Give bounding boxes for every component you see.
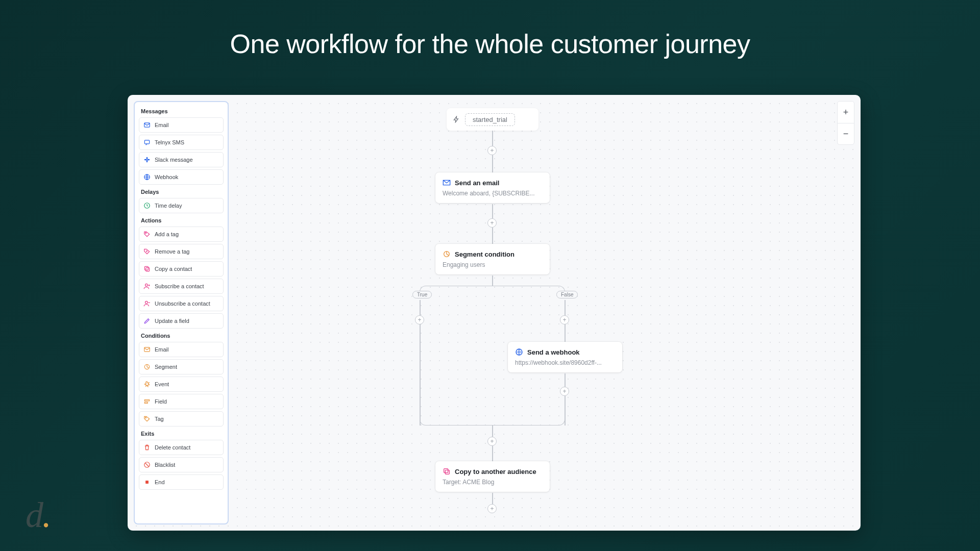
connector bbox=[565, 324, 566, 342]
connector bbox=[565, 373, 566, 387]
connector bbox=[492, 276, 493, 286]
add-node-button[interactable]: + bbox=[560, 387, 569, 396]
node-subtitle: Engaging users bbox=[443, 261, 543, 268]
segment-icon bbox=[443, 250, 451, 258]
node-title: Segment condition bbox=[455, 251, 514, 258]
branch-join-bottom bbox=[420, 418, 565, 425]
branch-split-top bbox=[420, 286, 565, 293]
webhook-icon bbox=[515, 348, 523, 356]
branch-true-label: True bbox=[412, 291, 432, 298]
email-icon bbox=[443, 179, 451, 187]
node-subtitle: Target: ACME Blog bbox=[443, 479, 543, 486]
brand-logo: d. bbox=[26, 495, 51, 536]
add-node-button[interactable]: + bbox=[487, 504, 497, 513]
svg-rect-22 bbox=[445, 470, 449, 474]
webhook-node[interactable]: Send a webhook https://webhook.site/8960… bbox=[508, 342, 622, 372]
connector bbox=[492, 228, 493, 244]
connector bbox=[492, 204, 493, 218]
workflow-builder-window: MessagesEmailTelnyx SMSSlack messageWebh… bbox=[128, 95, 861, 531]
connector bbox=[492, 131, 493, 146]
email-node[interactable]: Send an email Welcome aboard, {SUBSCRIBE… bbox=[435, 172, 550, 203]
connector bbox=[492, 493, 493, 504]
trigger-node[interactable]: started_trial bbox=[447, 108, 538, 131]
copy-audience-node[interactable]: Copy to another audience Target: ACME Bl… bbox=[435, 461, 550, 492]
connector bbox=[492, 155, 493, 172]
node-title: Send a webhook bbox=[527, 348, 580, 356]
add-node-button[interactable]: + bbox=[487, 218, 497, 228]
add-node-button[interactable]: + bbox=[560, 315, 569, 324]
add-node-button[interactable]: + bbox=[415, 315, 424, 324]
connector bbox=[492, 446, 493, 461]
trigger-label: started_trial bbox=[465, 113, 515, 126]
copy-icon bbox=[443, 467, 451, 475]
workflow-canvas[interactable]: started_trial + Send an email Welcome ab… bbox=[128, 95, 861, 531]
segment-node[interactable]: Segment condition Engaging users bbox=[435, 244, 550, 274]
node-title: Send an email bbox=[455, 179, 499, 187]
add-node-button[interactable]: + bbox=[487, 437, 497, 446]
page-headline: One workflow for the whole customer jour… bbox=[0, 0, 980, 59]
add-node-button[interactable]: + bbox=[487, 146, 497, 155]
connector bbox=[492, 425, 493, 437]
node-title: Copy to another audience bbox=[455, 468, 536, 475]
svg-rect-23 bbox=[444, 469, 448, 473]
node-subtitle: https://webhook.site/8960d2ff-... bbox=[515, 359, 615, 366]
bolt-icon bbox=[453, 116, 460, 123]
branch-false-label: False bbox=[556, 291, 578, 298]
node-subtitle: Welcome aboard, {SUBSCRIBE... bbox=[443, 190, 543, 197]
